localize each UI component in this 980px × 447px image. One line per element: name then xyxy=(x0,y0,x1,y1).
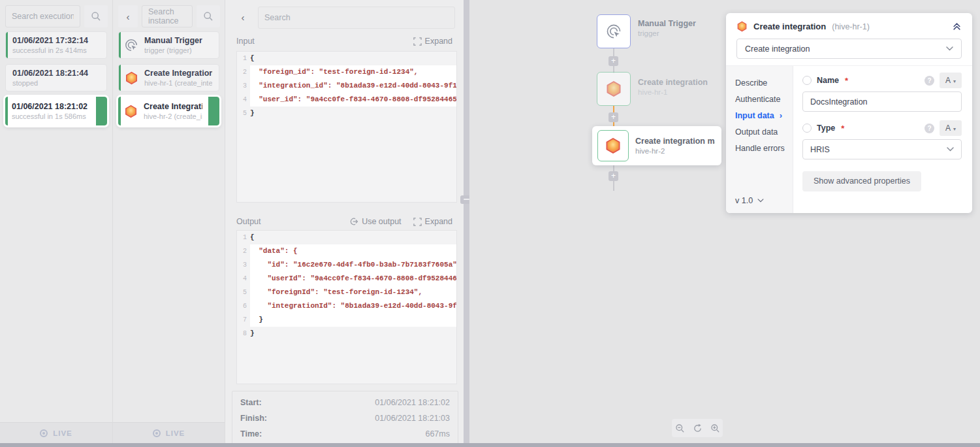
line-number: 2 xyxy=(237,244,250,258)
instance-search-button[interactable] xyxy=(197,5,220,27)
execution-timestamp: 01/06/2021 18:21:02 xyxy=(12,101,90,112)
type-field-row: Type* ? A xyxy=(802,122,962,134)
search-icon xyxy=(203,11,213,22)
execution-timestamp: 01/06/2021 18:21:44 xyxy=(12,68,100,78)
status-bar-success xyxy=(6,32,8,58)
code-line: } xyxy=(250,107,456,120)
debug-panel-header xyxy=(225,0,464,30)
properties-instance-name: (hive-hr-1) xyxy=(832,22,870,31)
panel-splitter[interactable] xyxy=(464,0,469,443)
code-line: "integrationId": "8b1ada39-e12d-40dd-804… xyxy=(250,299,456,313)
manual-trigger-icon xyxy=(123,37,140,53)
use-output-button[interactable]: Use output xyxy=(349,217,401,226)
create-integration-node[interactable] xyxy=(597,72,631,106)
double-chevron-up-icon xyxy=(952,22,962,31)
name-input[interactable] xyxy=(802,91,962,112)
live-label: LIVE xyxy=(166,429,185,437)
input-json-editor[interactable]: 1{ 2 "foreign_id": "test-foreign-id-1234… xyxy=(236,51,457,203)
zoom-out-button[interactable] xyxy=(675,423,685,433)
step-item[interactable]: Create Integration hive-hr-1 (create_int… xyxy=(118,64,219,91)
selected-status-bar xyxy=(208,97,219,125)
node-title: Manual Trigger xyxy=(638,18,696,29)
step-debug-panel: Input Expand 1{ 2 "foreign_id": "test-fo… xyxy=(225,0,464,443)
tab-describe[interactable]: Describe xyxy=(726,74,793,91)
executions-search-button[interactable] xyxy=(84,5,108,27)
summary-row: Finish: 01/06/2021 18:21:03 xyxy=(232,410,458,426)
summary-value: 01/06/2021 18:21:03 xyxy=(375,414,450,423)
instance-panel-header: Search instance xyxy=(113,0,225,31)
instance-live-toggle[interactable]: LIVE xyxy=(113,422,225,443)
line-number: 3 xyxy=(237,258,250,272)
code-line: "user_id": "9a4cc0fe-f834-4670-8808-df95… xyxy=(250,93,456,107)
create-integration-mapping-node-selected[interactable]: Create integration mappi... hive-hr-2 xyxy=(592,126,721,165)
type-select-value: HRIS xyxy=(810,145,830,154)
manual-trigger-node[interactable] xyxy=(597,14,631,48)
required-marker: * xyxy=(841,124,844,133)
output-json-editor[interactable]: 1{ 2 "data": { 3 "id": "16c2e670-4d4f-4f… xyxy=(236,230,457,384)
summary-value: 01/06/2021 18:21:02 xyxy=(375,398,450,407)
execution-item[interactable]: 01/06/2021 17:32:14 successful in 2s 414… xyxy=(5,31,107,59)
instance-search-input[interactable]: Search instance xyxy=(142,5,193,27)
help-icon[interactable]: ? xyxy=(925,124,934,133)
name-input-type-dropdown[interactable]: A xyxy=(940,73,962,88)
line-number: 1 xyxy=(237,231,250,244)
zoom-in-button[interactable] xyxy=(710,423,720,433)
name-jsonpath-radio[interactable] xyxy=(802,76,812,85)
tab-input-data[interactable]: Input data xyxy=(726,107,793,124)
node-label: Create integration hive-hr-1 xyxy=(638,77,708,97)
execution-item[interactable]: 01/06/2021 18:21:44 stopped xyxy=(5,64,107,91)
reset-zoom-button[interactable] xyxy=(693,423,703,433)
step-item-selected[interactable]: Create Integrati... hive-hr-2 (create_in… xyxy=(118,97,219,125)
collapse-panel-back-button[interactable] xyxy=(233,12,253,23)
add-step-button[interactable] xyxy=(609,171,618,181)
expand-label: Expand xyxy=(425,37,452,46)
search-icon xyxy=(91,11,101,22)
tab-handle-errors[interactable]: Handle errors xyxy=(726,140,793,156)
node-subtitle: hive-hr-1 xyxy=(638,88,708,97)
type-select[interactable]: HRIS xyxy=(802,139,962,159)
debug-search-input[interactable] xyxy=(258,7,455,29)
step-item[interactable]: Manual Trigger trigger (trigger) xyxy=(118,31,219,59)
step-item-text: Create Integrati... hive-hr-2 (create_in… xyxy=(144,101,202,121)
operation-select[interactable]: Create integration xyxy=(736,39,962,59)
live-icon xyxy=(40,429,48,437)
collapse-properties-button[interactable] xyxy=(952,22,962,31)
live-icon xyxy=(153,429,161,437)
text-type-label: A xyxy=(945,76,951,85)
step-subtitle: trigger (trigger) xyxy=(144,46,202,55)
input-expand-button[interactable]: Expand xyxy=(413,37,452,46)
tab-output-data[interactable]: Output data xyxy=(726,124,793,140)
add-step-button[interactable] xyxy=(609,56,618,66)
executions-search-input[interactable] xyxy=(5,5,80,27)
workflow-debugger-app: 01/06/2021 17:32:14 successful in 2s 414… xyxy=(0,0,980,447)
code-line: } xyxy=(250,313,456,327)
code-line: } xyxy=(250,327,456,340)
output-expand-button[interactable]: Expand xyxy=(413,217,452,226)
node-title: Create integration xyxy=(638,77,708,88)
workflow-canvas[interactable]: Manual Trigger trigger Create integratio… xyxy=(469,0,980,443)
tab-authenticate[interactable]: Authenticate xyxy=(726,91,793,107)
code-line: "data": { xyxy=(250,244,456,258)
step-title: Create Integrati... xyxy=(144,101,202,112)
type-jsonpath-radio[interactable] xyxy=(802,124,812,133)
help-icon[interactable]: ? xyxy=(925,76,934,86)
version-selector[interactable]: v 1.0 xyxy=(735,196,764,205)
code-line: "id": "16c2e670-4d4f-4fb0-b3ab-7b7183f76… xyxy=(250,258,456,272)
manual-trigger-icon xyxy=(605,22,623,41)
name-field-label: Name xyxy=(817,76,839,85)
node-label: Create integration mappi... hive-hr-2 xyxy=(635,136,715,156)
add-step-button[interactable] xyxy=(609,112,618,122)
step-item-text: Manual Trigger trigger (trigger) xyxy=(144,35,202,55)
status-bar-success xyxy=(118,97,121,125)
properties-title: Create integration xyxy=(753,22,826,31)
node-box xyxy=(597,130,629,161)
input-section-header: Input Expand xyxy=(225,33,464,50)
type-input-type-dropdown[interactable]: A xyxy=(940,120,962,136)
show-advanced-properties-button[interactable]: Show advanced properties xyxy=(802,171,921,191)
executions-live-toggle[interactable]: LIVE xyxy=(0,422,112,443)
properties-tabs: Describe Authenticate Input data Output … xyxy=(726,66,793,213)
collapse-panel-back-button[interactable] xyxy=(118,5,138,27)
execution-item-selected[interactable]: 01/06/2021 18:21:02 successful in 1s 586… xyxy=(5,97,107,125)
chevron-down-icon xyxy=(947,147,954,152)
code-line: "integration_id": "8b1ada39-e12d-40dd-80… xyxy=(250,79,456,93)
